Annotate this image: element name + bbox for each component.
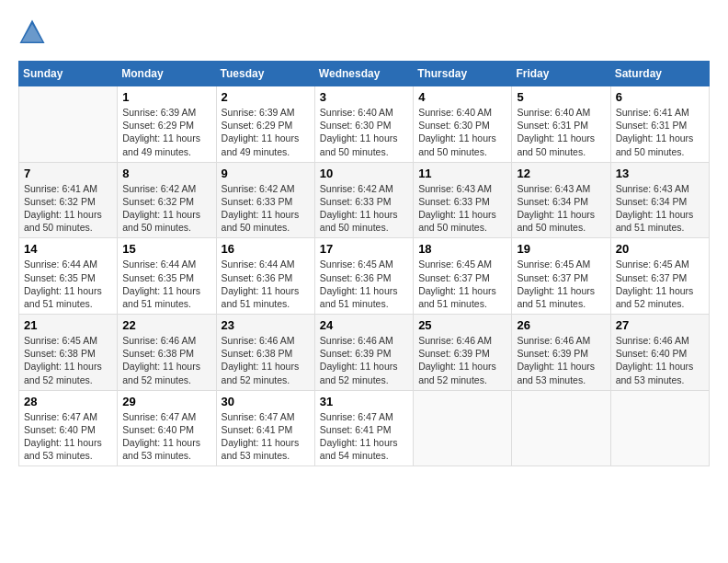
day-info: Sunrise: 6:43 AM Sunset: 6:33 PM Dayligh… (418, 182, 506, 235)
sunrise: Sunrise: 6:47 AM (24, 410, 112, 423)
day-number: 8 (122, 167, 210, 180)
daylight: Daylight: 11 hours and 50 minutes. (418, 132, 506, 157)
daylight: Daylight: 11 hours and 51 minutes. (320, 284, 408, 310)
sunset: Sunset: 6:38 PM (122, 347, 210, 360)
day-number: 5 (517, 90, 605, 104)
day-info: Sunrise: 6:40 AM Sunset: 6:30 PM Dayligh… (418, 106, 506, 158)
calendar-week-row: 7 Sunrise: 6:41 AM Sunset: 6:32 PM Dayli… (19, 162, 710, 238)
day-info: Sunrise: 6:44 AM Sunset: 6:35 PM Dayligh… (24, 258, 112, 310)
calendar-cell: 1 Sunrise: 6:39 AM Sunset: 6:29 PM Dayli… (118, 86, 216, 163)
daylight: Daylight: 11 hours and 49 minutes. (122, 132, 210, 157)
calendar-cell: 28 Sunrise: 6:47 AM Sunset: 6:40 PM Dayl… (19, 390, 118, 466)
day-info: Sunrise: 6:43 AM Sunset: 6:34 PM Dayligh… (517, 182, 605, 235)
calendar-table: SundayMondayTuesdayWednesdayThursdayFrid… (18, 61, 710, 466)
day-number: 1 (122, 90, 210, 104)
calendar-cell: 30 Sunrise: 6:47 AM Sunset: 6:41 PM Dayl… (216, 390, 314, 466)
weekday-header: Monday (118, 62, 216, 86)
day-number: 6 (616, 90, 704, 104)
daylight: Daylight: 11 hours and 50 minutes. (122, 208, 210, 234)
day-info: Sunrise: 6:47 AM Sunset: 6:41 PM Dayligh… (320, 410, 408, 463)
day-info: Sunrise: 6:45 AM Sunset: 6:38 PM Dayligh… (24, 334, 112, 386)
sunrise: Sunrise: 6:46 AM (320, 334, 408, 347)
sunset: Sunset: 6:31 PM (517, 119, 605, 132)
day-number: 30 (222, 395, 310, 408)
sunset: Sunset: 6:38 PM (222, 347, 310, 360)
day-info: Sunrise: 6:44 AM Sunset: 6:36 PM Dayligh… (222, 258, 310, 310)
sunrise: Sunrise: 6:47 AM (222, 410, 310, 423)
day-number: 24 (320, 318, 408, 332)
day-number: 9 (222, 167, 310, 180)
sunrise: Sunrise: 6:40 AM (320, 106, 408, 119)
day-number: 18 (418, 242, 506, 256)
day-info: Sunrise: 6:39 AM Sunset: 6:29 PM Dayligh… (222, 106, 310, 158)
calendar-cell (610, 390, 709, 466)
day-info: Sunrise: 6:46 AM Sunset: 6:38 PM Dayligh… (222, 334, 310, 386)
daylight: Daylight: 11 hours and 49 minutes. (222, 132, 310, 157)
sunrise: Sunrise: 6:45 AM (24, 334, 112, 347)
day-info: Sunrise: 6:46 AM Sunset: 6:39 PM Dayligh… (418, 334, 506, 386)
day-info: Sunrise: 6:47 AM Sunset: 6:41 PM Dayligh… (222, 410, 310, 463)
calendar-week-row: 28 Sunrise: 6:47 AM Sunset: 6:40 PM Dayl… (19, 390, 710, 466)
calendar-header: SundayMondayTuesdayWednesdayThursdayFrid… (19, 62, 710, 86)
day-info: Sunrise: 6:42 AM Sunset: 6:32 PM Dayligh… (122, 182, 210, 235)
weekday-header: Sunday (19, 62, 118, 86)
calendar-week-row: 14 Sunrise: 6:44 AM Sunset: 6:35 PM Dayl… (19, 238, 710, 315)
sunset: Sunset: 6:35 PM (122, 271, 210, 284)
calendar-cell: 22 Sunrise: 6:46 AM Sunset: 6:38 PM Dayl… (118, 315, 216, 391)
calendar-cell: 3 Sunrise: 6:40 AM Sunset: 6:30 PM Dayli… (314, 86, 413, 163)
day-info: Sunrise: 6:47 AM Sunset: 6:40 PM Dayligh… (24, 410, 112, 463)
day-number: 4 (418, 90, 506, 104)
sunrise: Sunrise: 6:43 AM (616, 182, 704, 195)
sunset: Sunset: 6:35 PM (24, 271, 112, 284)
sunrise: Sunrise: 6:45 AM (517, 258, 605, 270)
calendar-cell: 26 Sunrise: 6:46 AM Sunset: 6:39 PM Dayl… (512, 315, 610, 391)
sunrise: Sunrise: 6:40 AM (418, 106, 506, 119)
sunset: Sunset: 6:32 PM (122, 195, 210, 208)
day-number: 15 (122, 242, 210, 256)
calendar-cell: 10 Sunrise: 6:42 AM Sunset: 6:33 PM Dayl… (314, 162, 413, 238)
sunrise: Sunrise: 6:46 AM (122, 334, 210, 347)
daylight: Daylight: 11 hours and 51 minutes. (517, 284, 605, 310)
day-number: 14 (24, 242, 112, 256)
sunrise: Sunrise: 6:42 AM (320, 182, 408, 195)
day-info: Sunrise: 6:47 AM Sunset: 6:40 PM Dayligh… (122, 410, 210, 463)
sunset: Sunset: 6:40 PM (24, 423, 112, 436)
day-info: Sunrise: 6:45 AM Sunset: 6:37 PM Dayligh… (418, 258, 506, 310)
logo (18, 18, 50, 46)
day-number: 25 (418, 318, 506, 332)
daylight: Daylight: 11 hours and 54 minutes. (320, 436, 408, 462)
sunrise: Sunrise: 6:40 AM (517, 106, 605, 119)
day-number: 7 (24, 167, 112, 180)
day-number: 10 (320, 167, 408, 180)
sunrise: Sunrise: 6:44 AM (24, 258, 112, 270)
sunset: Sunset: 6:36 PM (320, 271, 408, 284)
logo-icon (18, 18, 46, 46)
calendar-cell: 27 Sunrise: 6:46 AM Sunset: 6:40 PM Dayl… (610, 315, 709, 391)
day-info: Sunrise: 6:41 AM Sunset: 6:31 PM Dayligh… (616, 106, 704, 158)
day-number: 16 (222, 242, 310, 256)
sunset: Sunset: 6:30 PM (320, 119, 408, 132)
sunset: Sunset: 6:39 PM (418, 347, 506, 360)
sunset: Sunset: 6:37 PM (517, 271, 605, 284)
sunrise: Sunrise: 6:44 AM (222, 258, 310, 270)
daylight: Daylight: 11 hours and 50 minutes. (517, 132, 605, 157)
calendar-cell: 15 Sunrise: 6:44 AM Sunset: 6:35 PM Dayl… (118, 238, 216, 315)
day-info: Sunrise: 6:46 AM Sunset: 6:40 PM Dayligh… (616, 334, 704, 386)
sunset: Sunset: 6:40 PM (616, 347, 704, 360)
calendar-cell (414, 390, 512, 466)
daylight: Daylight: 11 hours and 53 minutes. (616, 360, 704, 385)
weekday-header: Wednesday (314, 62, 413, 86)
day-number: 21 (24, 318, 112, 332)
day-number: 12 (517, 167, 605, 180)
daylight: Daylight: 11 hours and 53 minutes. (24, 436, 112, 462)
sunrise: Sunrise: 6:46 AM (418, 334, 506, 347)
day-info: Sunrise: 6:46 AM Sunset: 6:39 PM Dayligh… (320, 334, 408, 386)
calendar-cell: 7 Sunrise: 6:41 AM Sunset: 6:32 PM Dayli… (19, 162, 118, 238)
weekday-header: Friday (512, 62, 610, 86)
daylight: Daylight: 11 hours and 50 minutes. (320, 132, 408, 157)
daylight: Daylight: 11 hours and 53 minutes. (517, 360, 605, 385)
daylight: Daylight: 11 hours and 50 minutes. (418, 208, 506, 234)
sunrise: Sunrise: 6:44 AM (122, 258, 210, 270)
daylight: Daylight: 11 hours and 52 minutes. (222, 360, 310, 385)
calendar-cell: 11 Sunrise: 6:43 AM Sunset: 6:33 PM Dayl… (414, 162, 512, 238)
